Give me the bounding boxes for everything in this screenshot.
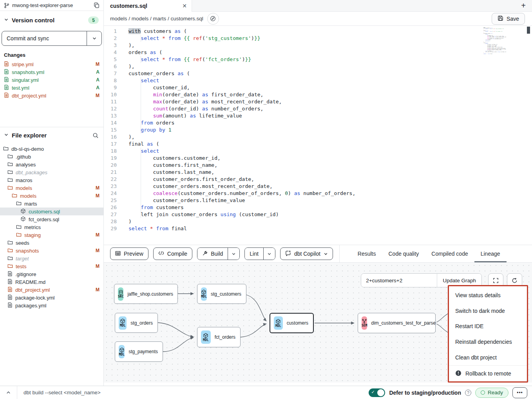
lineage-node-customers[interactable]: MDLcustomers [270,313,314,333]
tree-item-label: target [16,256,100,262]
code-editor[interactable]: 1234567891011121314151617181920212223242… [104,26,532,245]
menu-item-label: Clean dbt project [455,354,497,361]
menu-item-reinstall-dependencies[interactable]: Reinstall dependencies [449,334,527,350]
tab-compiled-code[interactable]: Compiled code [425,245,474,262]
code-line-5: select * from {{ ref('fct_orders')}} [121,56,532,63]
status-dot-icon [481,390,485,395]
lineage-node-stg-customers[interactable]: MDLstg_customers [197,284,246,304]
file-icon [7,279,13,285]
code-line-21: customers.last_name, [121,169,532,176]
code-icon [158,251,164,257]
tab-customers-sql[interactable]: customers.sql ✕ [104,0,192,12]
menu-item-label: Rollback to remote [465,370,511,377]
lineage-node-stg-orders[interactable]: MDLstg_orders [115,313,158,333]
change-item[interactable]: snapshots.ymlA [0,68,103,76]
action-buttons: Preview Compile Build [104,245,340,262]
tree-item-analyses[interactable]: analyses [0,161,103,168]
change-file-name: snapshots.yml [12,69,93,75]
chevron-down-icon [324,252,328,256]
tree-item-staging[interactable]: stagingM [0,231,103,239]
menu-item-rollback-to-remote[interactable]: Rollback to remote [449,366,527,381]
scrollbar-thumb[interactable] [527,27,530,34]
code-line-3: ), [121,42,532,49]
new-tab-button[interactable]: + [515,0,532,11]
tree-item-label: models [20,193,93,199]
graph-selector-input[interactable] [361,274,437,287]
tree-item-tests[interactable]: testsM [0,262,103,270]
menu-item-clean-dbt-project[interactable]: Clean dbt project [449,350,527,365]
mdl-badge: MDL [119,316,127,330]
tree-item--gitignore[interactable]: .gitignore [0,270,103,278]
copy-branch-button[interactable] [94,2,100,8]
tab-lineage[interactable]: Lineage [474,245,507,262]
status-badge[interactable]: Ready [475,388,508,398]
lineage-node-stg-payments[interactable]: MDLstg_payments [115,341,163,362]
lineage-node-dim-customers-test-for-parse[interactable]: SEMdim_customers_test_for_parse [358,313,436,333]
tab-code-quality[interactable]: Code quality [382,245,425,262]
tree-item-db-sl-qs-demo[interactable]: db-sl-qs-demo [0,145,103,153]
src-badge: SRC [118,287,123,301]
lint-options-caret[interactable] [263,248,275,260]
lint-button[interactable]: Lint [245,248,263,260]
copilot-chat-icon [285,250,291,257]
commit-split-button: Commit and sync [2,31,102,46]
table-icon [115,251,121,257]
commit-options-caret[interactable] [87,31,101,45]
tree-item-dbt-project-yml[interactable]: dbt_project.ymlM [0,286,103,294]
tree-item-models[interactable]: modelsM [0,184,103,192]
compile-button[interactable]: Compile [153,247,192,260]
file-explorer-header[interactable]: File explorer [0,127,103,142]
file-icon [4,61,9,68]
check-icon: ✓ [371,390,375,395]
mdl-badge: MDL [201,330,211,344]
dbt-copilot-button[interactable]: dbt Copilot [280,247,333,260]
action-toolbar: Preview Compile Build [104,245,532,263]
tree-item-dbt-packages[interactable]: dbt_packages [0,168,103,176]
sem-badge: SEM [362,316,367,330]
lineage-node-jaffle-shop-customers[interactable]: SRCjaffle_shop.customers [114,284,178,304]
help-icon[interactable]: ? [465,390,471,396]
tree-item-target[interactable]: target [0,255,103,262]
menu-item-switch-to-dark-mode[interactable]: Switch to dark mode [449,303,527,319]
node-label: stg_payments [128,349,158,354]
tree-item-fct-orders-sql[interactable]: fct_orders.sql [0,215,103,223]
defer-toggle[interactable]: ✓ [369,388,385,397]
dbt-cloud-ide: mwong-test-explorer-parse Version contro… [0,0,532,399]
build-button[interactable]: Build [197,248,228,260]
tab-results[interactable]: Results [351,245,382,262]
tree-item-snapshots[interactable]: snapshotsM [0,247,103,255]
lineage-panel[interactable]: SRCjaffle_shop.customersMDLstg_customers… [104,263,532,383]
change-item[interactable]: stripe.ymlM [0,60,103,68]
editor-tabbar: customers.sql ✕ + [104,0,532,12]
tree-item-macros[interactable]: macros [0,176,103,184]
version-control-header[interactable]: Version control 5 [0,11,103,27]
build-options-caret[interactable] [228,248,239,260]
more-options-button[interactable]: ••• [512,387,527,398]
tree-item-readme-md[interactable]: README.md [0,278,103,286]
change-item[interactable]: test.ymlA [0,84,103,92]
tree-item-marts[interactable]: marts [0,200,103,208]
tree-item-customers-sql[interactable]: customers.sql [0,208,103,215]
code-line-2: select * from {{ ref('stg_customers')}} [121,35,532,42]
close-tab-icon[interactable]: ✕ [182,3,187,9]
search-icon[interactable] [92,132,99,139]
tree-item-metrics[interactable]: metrics [0,223,103,231]
commit-and-sync-button[interactable]: Commit and sync [2,31,87,45]
lineage-node-fct-orders[interactable]: MDLfct_orders [197,327,241,347]
tree-item--github[interactable]: .github [0,153,103,161]
tree-item-package-lock-yml[interactable]: package-lock.yml [0,294,103,302]
expand-command-bar-icon[interactable] [0,386,17,399]
preview-button[interactable]: Preview [110,247,148,260]
tree-item-packages-yml[interactable]: packages.yml [0,302,103,309]
menu-item-restart-ide[interactable]: Restart IDE [449,318,527,334]
tree-item-models[interactable]: modelsM [0,192,103,200]
tree-item-seeds[interactable]: seeds [0,239,103,247]
save-button[interactable]: Save [492,13,525,25]
change-item[interactable]: singular.ymlA [0,76,103,84]
change-item[interactable]: dbt_project.ymlM [0,92,103,99]
command-input[interactable]: dbt build --select <model_name> [17,390,369,395]
ready-label: Ready [488,390,503,395]
compass-icon[interactable] [207,13,219,25]
menu-item-view-status-details[interactable]: View status details [449,287,527,303]
code-line-23: customer_orders.most_recent_order_date, [121,183,532,190]
